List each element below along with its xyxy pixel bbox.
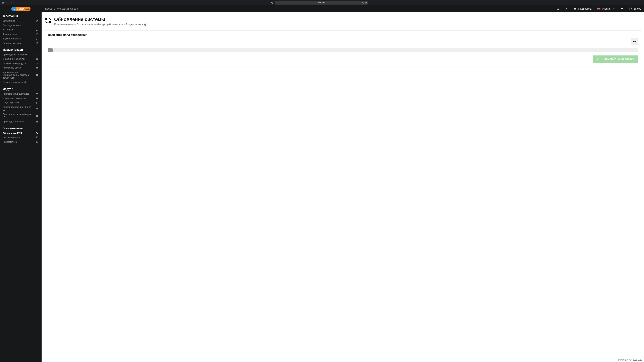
chevron-down-icon	[613, 8, 615, 10]
sidebar-item-label: Сотрудники	[2, 19, 34, 22]
logout-icon	[629, 7, 632, 10]
upload-progress	[48, 48, 638, 52]
main-content: Обновление системы Исправление ошибок, п…	[42, 12, 644, 362]
puzzle-icon	[36, 114, 38, 117]
sidebar-group-title: Телефония	[0, 12, 41, 19]
app-topbar: MIKOPBX Поддержка Русский Выход	[0, 5, 644, 12]
sync-icon	[45, 17, 51, 23]
sidebar-item[interactable]: Обновление PBX	[0, 131, 41, 135]
search-bar[interactable]	[42, 5, 561, 12]
search-input[interactable]	[45, 7, 555, 10]
sidebar-item-label: Обновление PBX	[2, 132, 34, 134]
calendar-icon	[36, 66, 38, 69]
bug-icon	[36, 136, 38, 139]
url-text: mikopbx	[318, 1, 325, 4]
language-label: Русский	[602, 7, 611, 10]
downloads-icon[interactable]	[626, 1, 629, 4]
sidebar-item[interactable]: Управление модулями	[0, 96, 41, 100]
translate-icon[interactable]	[362, 1, 364, 4]
new-tab-icon[interactable]	[636, 1, 638, 4]
update-card: Выберите файл обновления Применить обнов…	[45, 30, 641, 66]
sidebar-item[interactable]: Панель телефонии 1.0 для 1С	[0, 105, 41, 112]
logout-label: Выход	[634, 7, 641, 10]
sidebar-item-label: Провайдер Telegram	[2, 120, 34, 123]
search-icon[interactable]	[556, 7, 559, 10]
sidebar-item[interactable]: Перезагрузка	[0, 140, 41, 144]
toggle-sidebar-icon[interactable]	[2, 1, 4, 4]
puzzle-icon	[36, 97, 38, 99]
sidebar-item[interactable]: Конференции	[0, 32, 41, 36]
share-icon[interactable]	[631, 1, 633, 4]
phone-up-icon	[36, 33, 38, 35]
help-button[interactable]	[561, 5, 571, 12]
upload-button[interactable]	[631, 38, 638, 45]
sidebar-item-label: Управление модулями	[2, 97, 34, 100]
logo[interactable]: MIKOPBX	[0, 7, 42, 11]
notifications-button[interactable]	[618, 5, 626, 12]
sidebar-item[interactable]: Очереди вызовов	[0, 23, 41, 27]
puzzle-icon	[36, 107, 38, 110]
sidebar-item[interactable]: Звуковые файлы	[0, 36, 41, 41]
cloud-upload-icon	[633, 40, 636, 43]
bell-icon	[620, 7, 624, 10]
save-icon	[595, 58, 598, 60]
file-path-input[interactable]	[48, 38, 631, 45]
apply-update-button[interactable]: Применить обновление	[593, 55, 638, 63]
privacy-shield-icon[interactable]	[271, 1, 274, 4]
sidebar-item[interactable]: Модуль умной маршрутизации вызовов (Smar…	[0, 70, 41, 80]
logout-button[interactable]: Выход	[626, 5, 644, 12]
sidebar-item[interactable]: Системные логи	[0, 135, 41, 140]
language-selector[interactable]: Русский	[594, 5, 618, 12]
shuffle-icon	[36, 62, 38, 64]
sidebar-group-title: Маршрутизация	[0, 45, 41, 52]
sliders-icon	[36, 58, 38, 60]
users-icon	[36, 81, 38, 84]
sidebar-item[interactable]: Входящие маршруты	[0, 57, 41, 61]
sidebar-item-label: Системные логи	[2, 136, 34, 139]
sitemap-icon	[36, 28, 38, 31]
sidebar-item-label: Исходящие маршруты	[2, 62, 34, 65]
sidebar-item[interactable]: Панель телефонии 4.0 для 1С	[0, 112, 41, 119]
support-button[interactable]: Поддержка	[571, 5, 594, 12]
nav-forward-icon	[10, 1, 12, 4]
sidebar-group-title: Модули	[0, 84, 41, 92]
chat-icon	[574, 7, 577, 10]
sidebar-item-label: Конференции	[2, 33, 34, 35]
sidebar-group-title: Обслуживание	[0, 124, 41, 131]
sidebar-item[interactable]: Исходящие маршруты	[0, 61, 41, 65]
nav-back-icon[interactable]	[6, 1, 8, 4]
server-icon	[36, 53, 38, 56]
key-icon	[36, 101, 38, 104]
page-subtitle: Исправление ошибок, повышение быстродейс…	[54, 23, 146, 26]
sidebar-item-label: Приложения диалпланов	[2, 92, 34, 95]
sidebar-item-label: Очереди вызовов	[2, 24, 34, 27]
sidebar-item[interactable]: IVR меню	[0, 27, 41, 32]
flag-ru-icon	[597, 8, 600, 10]
page-title: Обновление системы	[54, 17, 146, 22]
list-icon	[36, 42, 38, 44]
sidebar-item-label: Звуковые файлы	[2, 37, 34, 40]
sidebar-item[interactable]: Приложения диалпланов	[0, 92, 41, 96]
puzzle-icon	[36, 74, 38, 76]
sidebar-item-label: История вызовов	[2, 42, 34, 44]
question-icon	[565, 7, 568, 10]
file-select-label: Выберите файл обновления	[48, 33, 638, 37]
sync-icon	[36, 132, 38, 134]
sidebar-item-label: Панель телефонии 1.0 для 1С	[2, 106, 34, 111]
sidebar-item-label: Лицензирование	[2, 101, 34, 104]
sidebar-item[interactable]: Группы пользователей	[0, 80, 41, 84]
tabs-icon[interactable]	[640, 1, 642, 4]
sidebar-item[interactable]: История вызовов	[0, 41, 41, 45]
support-label: Поддержка	[578, 7, 591, 10]
sidebar-item[interactable]: Провайдеры телефонии	[0, 52, 41, 57]
sidebar-item[interactable]: Лицензирование	[0, 100, 41, 105]
power-icon	[36, 141, 38, 143]
logo-text: MIKOPBX	[16, 7, 30, 11]
sidebar-item-label: Модуль умной маршрутизации вызовов (Smar…	[2, 71, 34, 79]
address-bar[interactable]: mikopbx	[275, 1, 368, 4]
help-icon[interactable]	[144, 23, 146, 26]
sidebar-item[interactable]: Провайдер Telegram	[0, 119, 41, 124]
sidebar-item[interactable]: Сотрудники	[0, 19, 41, 23]
sidebar-item[interactable]: Нерабочее время	[0, 65, 41, 70]
reload-icon[interactable]	[365, 1, 367, 4]
